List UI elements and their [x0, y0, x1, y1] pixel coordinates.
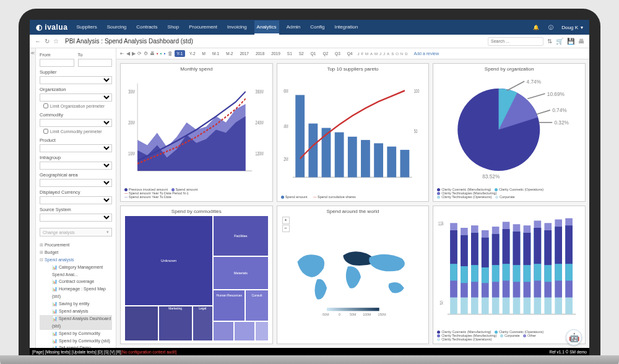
tree-item-selected[interactable]: 📊Spend Analysis Dashboard (std) [40, 315, 112, 330]
period-btn[interactable]: Q3 [332, 50, 343, 57]
supplier-label: Supplier [40, 69, 112, 75]
info-icon[interactable]: ⓘ [547, 23, 555, 32]
first-icon[interactable]: ⇤ [120, 51, 124, 56]
change-analysis-select[interactable]: Change analysis▾ [40, 228, 112, 236]
tree-budget[interactable]: ⊞Budget [40, 249, 112, 256]
print2-icon[interactable]: 🖶 [150, 51, 155, 56]
product-select[interactable] [40, 144, 112, 152]
commodity-perimeter-check[interactable]: Limit Commodity perimeter [43, 129, 112, 134]
nav-contracts[interactable]: Contracts [134, 20, 160, 35]
svg-rect-21 [387, 147, 396, 178]
settings-icon[interactable]: ⚙ [144, 51, 148, 56]
period-btn[interactable]: 2017 [237, 50, 251, 57]
period-y1[interactable]: Y-1 [175, 50, 186, 57]
prev-icon[interactable]: ◀ [126, 51, 130, 56]
month-strip: JFMAMJJASOND [357, 52, 408, 56]
svg-rect-55 [471, 233, 478, 265]
undo-icon[interactable]: ↻ [45, 38, 50, 45]
intragroup-label: Intragroup [40, 155, 112, 160]
org-perimeter-checkbox[interactable] [43, 103, 48, 108]
cart-icon[interactable]: 🛒 [556, 38, 563, 45]
tree-item[interactable]: 📊Spend by Commodity [40, 330, 112, 337]
save-icon[interactable]: 💾 [567, 38, 574, 45]
svg-rect-66 [492, 227, 500, 234]
pdf-icon[interactable]: ▪ [157, 51, 158, 56]
from-date-input[interactable] [40, 59, 74, 67]
chart-stacked-monthly: 11k1k [433, 206, 586, 344]
user-menu[interactable]: Doug K ▾ [561, 25, 583, 30]
word-icon[interactable]: ▪ [164, 51, 166, 56]
svg-text:100M: 100M [363, 313, 371, 316]
search-input[interactable] [488, 37, 543, 46]
collapse-panel[interactable]: ≪ [30, 48, 36, 348]
star-icon[interactable]: ☆ [53, 38, 59, 45]
footer-warning: [No configuration context audit] [121, 350, 176, 354]
period-btn[interactable]: S2 [297, 50, 306, 57]
supplier-select[interactable] [40, 76, 112, 84]
tree-item[interactable]: 📊Spend by Commodity (std) [40, 337, 112, 345]
tree-item[interactable]: 📊Homepage : Spend Map (std) [40, 285, 112, 300]
period-btn[interactable]: M-1 [210, 50, 222, 57]
nav-suppliers[interactable]: Suppliers [74, 20, 99, 35]
nav-sourcing[interactable]: Sourcing [105, 20, 129, 35]
svg-rect-80 [524, 233, 531, 265]
nav-admin[interactable]: Admin [284, 20, 303, 35]
commodity-select[interactable] [40, 119, 112, 127]
nav-config[interactable]: Config [308, 20, 327, 35]
next-icon[interactable]: ▶ [132, 51, 136, 56]
tree-spend[interactable]: ⊟Spend analysis [40, 256, 112, 264]
period-btn[interactable]: Q1 [308, 50, 319, 57]
chatbot-icon[interactable]: 🤖 [566, 329, 582, 345]
tree-item[interactable]: 📊Category Management Spend Anal... [40, 264, 112, 279]
svg-rect-22 [400, 150, 409, 177]
nav-analytics[interactable]: Analytics [254, 20, 279, 35]
top-nav: ivalua Suppliers Sourcing Contracts Shop… [30, 20, 589, 35]
svg-rect-46 [450, 223, 457, 230]
geo-select[interactable] [40, 179, 112, 187]
print-icon[interactable]: 🖶 [578, 38, 584, 45]
period-btn[interactable]: S1 [285, 50, 295, 57]
add-review-link[interactable]: Add a review [414, 51, 439, 56]
commodity-perimeter-checkbox[interactable] [43, 129, 48, 134]
tree-procurement[interactable]: ⊞Procurement [40, 241, 112, 249]
tree-item[interactable]: 📊Spend analysis [40, 308, 112, 315]
refresh-icon[interactable]: ⟳ [137, 51, 142, 56]
page-title: PBI Analysis : Spend Analysis Dashboard … [65, 38, 193, 45]
nav-procurement[interactable]: Procurement [186, 20, 220, 35]
tree-item[interactable]: 📊Saving by entity [40, 300, 112, 308]
to-date-input[interactable] [78, 59, 113, 67]
org-perimeter-check[interactable]: Limit Organization perimeter [43, 103, 112, 108]
nav-invoicing[interactable]: Invoicing [225, 20, 249, 35]
chevron-down-icon: ▾ [106, 230, 109, 235]
period-btn[interactable]: M [200, 50, 208, 57]
svg-rect-91 [545, 223, 552, 230]
organization-select[interactable] [40, 93, 112, 102]
period-btn[interactable]: 2018 [253, 50, 267, 57]
svg-text:240M: 240M [256, 120, 264, 125]
zoom-out-icon[interactable]: − [282, 225, 290, 232]
currency-select[interactable] [40, 196, 112, 204]
period-btn[interactable]: Q2 [320, 50, 331, 57]
back-icon[interactable]: ← [35, 38, 41, 45]
nav-shop[interactable]: Shop [165, 20, 182, 35]
trash-icon[interactable]: 🗑 [168, 51, 173, 56]
filter-icon[interactable]: ⇅ [547, 38, 552, 45]
tree-item[interactable]: 📊Contract coverage [40, 278, 112, 285]
intragroup-select[interactable] [40, 162, 112, 170]
period-btn[interactable]: M-2 [223, 50, 235, 57]
svg-rect-95 [555, 227, 563, 264]
svg-rect-45 [450, 230, 457, 264]
period-btn[interactable]: Y-2 [187, 50, 198, 57]
svg-text:50: 50 [413, 128, 417, 135]
footer-right: Ref v1.1 © SM demo [550, 350, 587, 354]
period-btn[interactable]: Q4 [345, 50, 355, 57]
source-select[interactable] [40, 214, 112, 222]
nav-integration[interactable]: Integration [332, 20, 360, 35]
product-label: Product [40, 137, 112, 143]
excel-icon[interactable]: ▪ [160, 51, 162, 56]
svg-text:4M: 4M [284, 123, 288, 129]
bell-icon[interactable]: 🔔 [532, 23, 540, 32]
svg-rect-20 [374, 143, 383, 177]
period-btn[interactable]: 2019 [269, 50, 282, 57]
zoom-in-icon[interactable]: + [282, 217, 290, 224]
